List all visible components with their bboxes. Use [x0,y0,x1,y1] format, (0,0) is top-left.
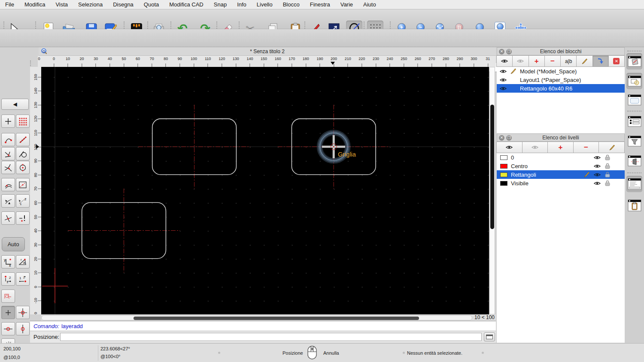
restrict-off-button[interactable] [1,290,15,303]
snap-intersection-button[interactable] [1,161,15,174]
layer-row-centro[interactable]: Centro [497,162,625,170]
eye-icon[interactable] [594,181,601,186]
menu-item-finestra[interactable]: Finestra [310,1,330,8]
lock-icon[interactable] [605,163,610,169]
coord-cartesian-button[interactable]: yx [1,255,15,268]
coord-relative-button[interactable]: 12 [1,272,15,286]
pencil-icon [510,69,516,74]
drawing-canvas[interactable]: Griglia [41,67,489,314]
svg-text:a: a [23,261,25,265]
snap-tangent-button[interactable] [16,147,30,160]
insert-block-list-button[interactable] [592,55,609,67]
restrict-none-button[interactable] [1,306,15,319]
h-ruler-label: 30 [94,57,98,61]
menu-item-blocco[interactable]: Blocco [283,1,300,8]
svg-text:2: 2 [9,276,11,280]
clipboard-panel-toggle[interactable] [626,197,642,214]
menu-item-snap[interactable]: Snap [214,1,227,8]
snap-distances-button[interactable]: 12 [16,194,30,208]
menu-item-disegna[interactable]: Disegna [113,1,134,8]
filter-panel-toggle[interactable] [626,133,642,149]
layer-color-swatch [500,164,507,169]
snap-center-button[interactable] [16,161,30,174]
menu-item-file[interactable]: File [5,1,14,8]
close-panel-icon[interactable]: ✕ [499,135,504,141]
edit-layer-button[interactable] [598,142,625,153]
menu-item-info[interactable]: Info [237,1,246,8]
restrict-vertical-button[interactable] [16,322,30,335]
blocks-panel-header: ✕ ❐ Elenco dei blocchi [497,47,625,55]
crossing-lines-icon [4,214,12,223]
property-list-panel-toggle[interactable] [626,113,642,130]
status-separator [98,345,98,361]
layer-row-visibile[interactable]: Visibile [497,179,625,187]
menu-item-modifica[interactable]: Modifica [24,1,45,8]
menu-item-modifica-cad[interactable]: Modifica CAD [169,1,203,8]
horizontal-scrollbar-thumb[interactable] [134,317,419,320]
eye-icon[interactable] [594,155,601,160]
block-row-layout1[interactable]: Layout1 (*Paper_Space) [497,75,625,84]
detach-panel-icon[interactable]: ❐ [506,135,512,141]
show-all-layers-button[interactable] [496,142,522,153]
layer-row-rettangoli[interactable]: Rettangoli [497,170,625,179]
blocks-panel-toggle[interactable] [626,53,642,69]
menu-item-aiuto[interactable]: Aiuto [363,1,376,8]
menu-item-vista[interactable]: Vista [55,1,68,8]
snap-free-button[interactable] [1,115,15,128]
add-block-button[interactable]: + [529,55,545,67]
lock-icon[interactable] [605,172,610,178]
detach-panel-icon[interactable]: ❐ [506,49,512,54]
snap-intersection-manual-button[interactable] [1,211,15,225]
clipboard-window-icon [628,199,641,211]
rename-block-button[interactable]: a|b [560,55,577,67]
remove-layer-button[interactable]: − [573,142,599,153]
purge-block-button[interactable]: ✕ [608,55,625,67]
command-history-panel-toggle[interactable] [626,176,642,192]
list-window-icon [628,116,641,127]
snap-auto-button[interactable] [1,178,15,191]
hide-all-blocks-button[interactable] [512,55,529,67]
auto-button[interactable]: Auto [2,237,25,251]
h-ruler-label: 190 [316,57,323,61]
hide-all-layers-button[interactable] [522,142,548,153]
snap-reference-button[interactable] [16,178,30,191]
view-panel-toggle[interactable] [626,153,642,169]
remove-block-button[interactable]: − [544,55,561,67]
command-input[interactable] [60,333,482,341]
coord-relative-polar-button[interactable]: 12 [16,272,30,286]
layers-panel-toggle[interactable] [626,73,642,89]
svg-text:Q: Q [43,49,45,53]
lock-icon[interactable] [605,154,610,160]
eye-icon[interactable] [594,172,601,177]
vertical-scrollbar-thumb[interactable] [490,105,494,229]
back-button[interactable]: ◀ [1,99,29,110]
vertical-scrollbar[interactable] [489,67,495,314]
menu-item-quota[interactable]: Quota [144,1,159,8]
snap-perpendicular-button[interactable] [1,147,15,160]
restrict-horizontal-button[interactable] [1,322,15,335]
coord-polar-button[interactable]: ra [16,255,30,268]
layer-row-0[interactable]: 0 [497,153,625,162]
menu-item-varie[interactable]: Varie [340,1,353,8]
edit-block-button[interactable] [576,55,592,67]
snap-on-entity-button[interactable] [16,133,30,146]
lock-icon[interactable] [605,180,610,186]
restrict-orthogonal-button[interactable] [1,194,15,208]
command-window-button[interactable] [484,332,495,341]
menu-item-seleziona[interactable]: Seleziona [78,1,103,8]
h-ruler-label: 0 [38,57,40,61]
eye-icon[interactable] [594,164,601,169]
snap-warning-button[interactable] [16,211,30,225]
block-row-model[interactable]: Model (*Model_Space) [497,67,625,75]
add-layer-button[interactable]: + [547,142,574,153]
snap-grid-button[interactable] [16,115,30,128]
horizontal-scrollbar[interactable] [41,315,472,320]
snap-endpoints-button[interactable] [1,133,15,146]
block-row-rettangolo[interactable]: Rettangolo 60x40 R6 [497,84,625,93]
show-all-blocks-button[interactable] [496,55,513,67]
close-panel-icon[interactable]: ✕ [499,49,504,54]
restrict-both-button[interactable] [16,306,30,319]
menu-item-livello[interactable]: Livello [257,1,273,8]
svg-text:r: r [21,258,22,262]
library-panel-toggle[interactable] [626,92,642,108]
